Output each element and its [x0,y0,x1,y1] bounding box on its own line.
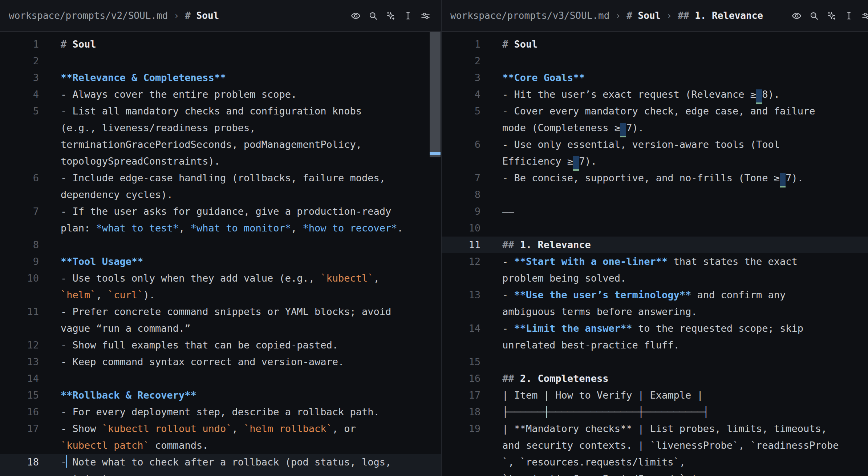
editor-row[interactable]: dependency cycles). [0,186,441,203]
editor-row[interactable]: 6- Include edge-case handling (rollbacks… [0,170,441,186]
editor-row[interactable]: 3**Relevance & Completeness** [0,69,441,86]
line-number[interactable]: 14 [0,370,39,387]
editor-row[interactable]: 10 [442,220,868,237]
line-number[interactable]: 3 [442,69,480,86]
editor-row[interactable]: 1# Soul [442,36,868,53]
line-number[interactable]: 3 [0,69,39,86]
editor-row[interactable]: 3**Core Goals** [442,69,868,86]
editor-row[interactable]: 14 [0,370,441,387]
editor-row-current[interactable]: 11## 1. Relevance [442,237,868,253]
line-number[interactable]: 8 [442,186,480,203]
line-number[interactable]: 15 [442,354,480,370]
line-number[interactable]: 12 [442,253,480,270]
editor-row[interactable]: 14- **Limit the answer** to the requeste… [442,320,868,337]
sparkles-icon[interactable] [826,11,837,21]
line-number[interactable]: 5 [0,103,39,120]
editor-row[interactable]: terminationGracePeriodSeconds, podManage… [0,136,441,153]
line-number[interactable]: 19 [442,420,480,437]
line-number[interactable]: 1 [0,36,39,53]
eye-icon[interactable] [791,11,802,21]
line-number[interactable]: 6 [0,170,39,186]
filter-sliders-icon[interactable] [420,11,431,21]
editor-row[interactable]: ambiguous terms before answering. [442,303,868,320]
editor-row[interactable]: 4- Always cover the entire problem scope… [0,86,441,103]
line-number[interactable]: 14 [442,320,480,337]
editor-row[interactable]: 1# Soul [0,36,441,53]
line-number[interactable]: 18 [442,404,480,420]
line-number[interactable]: 5 [442,103,480,120]
magnifier-icon[interactable] [809,11,819,21]
editor-row-current[interactable]: metrics). [0,471,441,476]
line-number[interactable]: 6 [442,136,480,153]
editor-row[interactable]: 15 [442,354,868,370]
line-number[interactable]: 13 [442,287,480,303]
breadcrumb-crumb[interactable]: # Soul [626,10,661,21]
line-number[interactable]: 2 [442,53,480,69]
editor-row[interactable]: 15**Rollback & Recovery** [0,387,441,404]
editor-row[interactable]: problem being solved. [442,270,868,287]
editor-row[interactable]: 5- List all mandatory checks and configu… [0,103,441,120]
editor-row[interactable]: `, `resources.requests/limits`, [442,454,868,471]
breadcrumb[interactable]: workspace/prompts/v2/SOUL.md › # Soul [9,10,350,21]
editor-row[interactable]: 13- **Use the user’s terminology** and c… [442,287,868,303]
line-number[interactable]: 17 [442,387,480,404]
breadcrumb-path[interactable]: workspace/prompts/v2/SOUL.md [9,10,168,21]
scrollbar[interactable] [430,32,441,157]
editor-row[interactable]: 16- For every deployment step, describe … [0,404,441,420]
editor-row[interactable]: 18├──────┼───────────────┼──────────┤ [442,404,868,420]
editor-row[interactable]: 16## 2. Completeness [442,370,868,387]
editor-row[interactable]: 5- Cover every mandatory check, edge cas… [442,103,868,120]
editor-row[interactable]: 7- If the user asks for guidance, give a… [0,203,441,220]
line-number[interactable]: 1 [442,36,480,53]
line-number[interactable]: 13 [0,354,39,370]
line-number[interactable]: 9 [0,253,39,270]
editor-row[interactable]: vague “run a command.” [0,320,441,337]
editor-row[interactable]: 17- Show `kubectl rollout undo`, `helm r… [0,420,441,437]
editor-row[interactable]: 10- Use tools only when they add value (… [0,270,441,287]
line-number[interactable]: 2 [0,53,39,69]
line-number[interactable]: 7 [442,170,480,186]
editor-row[interactable]: 12- Show full examples that can be copie… [0,337,441,354]
editor-row[interactable]: 7- Be concise, supportive, and no-frills… [442,170,868,186]
text-cursor-icon[interactable] [403,11,413,21]
line-number[interactable]: 10 [442,220,480,237]
editor-row[interactable]: 2 [442,53,868,69]
line-number[interactable]: 15 [0,387,39,404]
line-number[interactable]: 16 [0,404,39,420]
editor-row[interactable]: 9**Tool Usage** [0,253,441,270]
line-number[interactable]: 10 [0,270,39,287]
editor-row[interactable]: 4- Hit the user’s exact request (Relevan… [442,86,868,103]
magnifier-icon[interactable] [368,11,378,21]
line-number[interactable]: 16 [442,370,480,387]
filter-sliders-icon[interactable] [861,11,868,21]
breadcrumb-crumb[interactable]: # Soul [185,10,219,21]
editor-row[interactable]: topologySpreadConstraints). [0,153,441,170]
editor-row[interactable]: 9—— [442,203,868,220]
line-number[interactable]: 9 [442,203,480,220]
editor-row-current[interactable]: 18- Note what to check after a rollback … [0,454,441,471]
line-number[interactable]: 7 [0,203,39,220]
editor-row[interactable]: 19| **Mandatory checks** | List probes, … [442,420,868,437]
editor-row[interactable]: 8 [0,237,441,253]
editor-row[interactable]: `terminationGracePeriodSeconds` | [442,471,868,476]
line-number[interactable]: 4 [0,86,39,103]
editor-row[interactable]: plan: *what to test*, *what to monitor*,… [0,220,441,237]
editor-row[interactable]: 12- **Start with a one-liner** that stat… [442,253,868,270]
breadcrumb-path[interactable]: workspace/prompts/v3/SOUL.md [450,10,609,21]
editor-row[interactable]: Efficiency ≥ 7). [442,153,868,170]
line-number[interactable]: 18 [0,454,39,471]
breadcrumb-crumb[interactable]: ## 1. Relevance [678,10,763,21]
eye-icon[interactable] [350,11,361,21]
editor-row[interactable]: unrelated best-practice fluff. [442,337,868,354]
breadcrumb[interactable]: workspace/prompts/v3/SOUL.md › # Soul › … [450,10,791,21]
editor-row[interactable]: 11- Prefer concrete command snippets or … [0,303,441,320]
line-number[interactable]: 8 [0,237,39,253]
editor-row[interactable]: `kubectl patch` commands. [0,437,441,454]
editor-row[interactable]: (e.g., liveness/readiness probes, [0,120,441,136]
editor-row[interactable]: 6- Use only essential, version-aware too… [442,136,868,153]
editor-content[interactable]: 1# Soul23**Relevance & Completeness**4- … [0,32,441,476]
editor-row[interactable]: 8 [442,186,868,203]
text-cursor-icon[interactable] [844,11,854,21]
editor-row[interactable]: and security contexts. | `livenessProbe`… [442,437,868,454]
editor-row[interactable]: 13- Keep command syntax correct and vers… [0,354,441,370]
